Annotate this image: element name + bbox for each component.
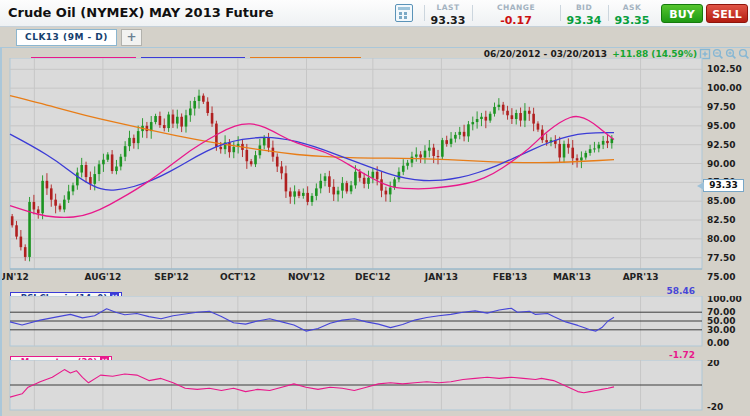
svg-text:20: 20 <box>707 360 720 368</box>
svg-text:JAN'13: JAN'13 <box>424 272 458 282</box>
tab-clk13[interactable]: CLK13 (9M - D) <box>16 29 117 46</box>
svg-text:102.50: 102.50 <box>707 64 742 74</box>
bid-value: 93.34 <box>562 14 606 27</box>
svg-text:FEB'13: FEB'13 <box>493 272 527 282</box>
tab-bar: CLK13 (9M - D) + <box>0 28 750 47</box>
ask-label: ASK <box>610 3 654 12</box>
bid-quote: BID 93.34 <box>562 3 606 27</box>
svg-text:82.50: 82.50 <box>707 215 735 225</box>
divider <box>472 5 473 21</box>
rsi-value: 58.46 <box>667 286 695 296</box>
svg-text:100.00: 100.00 <box>707 296 742 304</box>
svg-text:SEP'12: SEP'12 <box>154 272 189 282</box>
divider <box>608 5 609 21</box>
svg-text:95.00: 95.00 <box>707 121 735 131</box>
svg-text:DEC'12: DEC'12 <box>355 272 391 282</box>
svg-text:0.00: 0.00 <box>707 338 729 348</box>
ask-value: 93.35 <box>610 14 654 27</box>
rsi-chart[interactable]: 100.0070.0050.0030.000.00 <box>2 296 750 352</box>
chart-shell: 06/20/2012 - 03/20/2013+11.88 (14.59%) S… <box>0 47 750 416</box>
svg-text:OCT'12: OCT'12 <box>220 272 256 282</box>
header-bar: Crude Oil (NYMEX) MAY 2013 Future LAST 9… <box>0 0 750 27</box>
svg-text:75.00: 75.00 <box>707 272 735 282</box>
momentum-value: -1.72 <box>669 350 695 360</box>
bid-label: BID <box>562 3 606 12</box>
last-quote: LAST 93.33 <box>426 3 470 27</box>
last-value: 93.33 <box>426 14 470 27</box>
svg-text:-20: -20 <box>707 402 723 412</box>
svg-text:92.50: 92.50 <box>707 140 735 150</box>
svg-text:MAR'13: MAR'13 <box>553 272 591 282</box>
contract-calendar-icon[interactable] <box>395 4 413 22</box>
svg-text:97.50: 97.50 <box>707 102 735 112</box>
change-label: CHANGE <box>474 3 558 12</box>
ask-quote: ASK 93.35 <box>610 3 654 27</box>
svg-text:APR'13: APR'13 <box>623 272 659 282</box>
momentum-chart[interactable]: 20-20 <box>2 360 750 416</box>
candlestick-chart[interactable]: JUN'12AUG'12SEP'12OCT'12NOV'12DEC'12JAN'… <box>2 58 750 285</box>
buy-button[interactable]: BUY <box>661 4 703 23</box>
divider <box>560 5 561 21</box>
svg-text:77.50: 77.50 <box>707 253 735 263</box>
svg-text:85.00: 85.00 <box>707 196 735 206</box>
svg-text:NOV'12: NOV'12 <box>288 272 325 282</box>
svg-text:80.00: 80.00 <box>707 234 735 244</box>
svg-text:30.00: 30.00 <box>707 325 735 335</box>
instrument-title: Crude Oil (NYMEX) MAY 2013 Future <box>8 5 273 20</box>
svg-text:AUG'12: AUG'12 <box>85 272 122 282</box>
trading-app-window: Crude Oil (NYMEX) MAY 2013 Future LAST 9… <box>0 0 750 416</box>
add-tab-button[interactable]: + <box>121 29 142 46</box>
last-label: LAST <box>426 3 470 12</box>
last-price-tag: 93.33 <box>703 179 744 192</box>
svg-text:100.00: 100.00 <box>707 83 742 93</box>
divider <box>424 5 425 21</box>
svg-text:90.00: 90.00 <box>707 159 735 169</box>
svg-text:JUN'12: JUN'12 <box>2 272 29 282</box>
sell-button[interactable]: SELL <box>706 4 748 23</box>
